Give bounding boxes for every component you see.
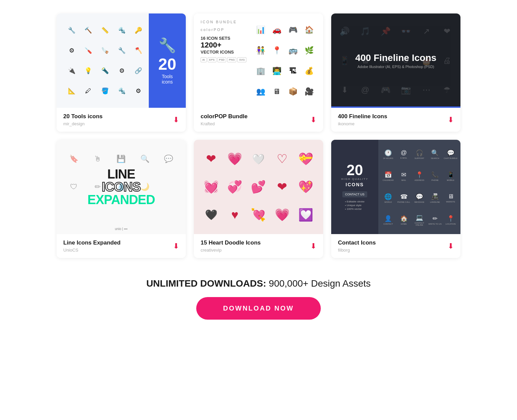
download-button[interactable]: ⬇ xyxy=(310,116,316,124)
card-contact-info: Contact Icons filborg xyxy=(338,239,376,253)
contact-icon-item: 📍LOCATION xyxy=(446,215,456,225)
unlimited-text: UNLIMITED DOWNLOADS: 900,000+ Design Ass… xyxy=(146,278,371,289)
tool-icon: 🪛 xyxy=(81,47,96,54)
colorpop-sets-count: 16 xyxy=(201,36,205,41)
fineline-icon: ☂ xyxy=(443,85,451,95)
colorpop-icon: 🎥 xyxy=(305,87,314,96)
fineline-icon: @ xyxy=(361,85,369,95)
tool-icon: ⚙ xyxy=(131,87,145,95)
card-hearts-footer: 15 Heart Doodle Icons creativevip ⬇ xyxy=(194,234,323,258)
colorpop-icon: 📍 xyxy=(272,46,281,55)
contact-icon-item: 🎧SUPPORT xyxy=(415,149,424,159)
card-lineicons-title: Line Icons Expanded xyxy=(63,239,120,246)
colorpop-icon: 🚌 xyxy=(288,46,298,55)
card-contact-title: Contact Icons xyxy=(338,239,376,246)
contact-icon-item: 📠LANDLINE xyxy=(430,193,440,203)
download-button[interactable]: ⬇ xyxy=(173,116,179,124)
heart-icon: ♥ xyxy=(231,208,238,222)
colorpop-tags: AI EPS PSD PNG SVG xyxy=(201,57,248,62)
card-fineline-title: 400 Fineline Icons xyxy=(338,113,387,120)
tools-badge-icon: 🔧 xyxy=(159,37,176,54)
card-contact: 20 HIGH QUALITY ICONS CONTACT US • Edita… xyxy=(331,140,460,258)
cards-grid: 🔧 🔨 📏 🔩 🔑 ⚙ 🪛 🪚 🔧 🪓 🔌 💡 🔦 ⚙ 🔗 📐 xyxy=(57,13,460,258)
li-icon: 🛡 xyxy=(62,173,85,201)
fineline-title: 400 Fineline Icons xyxy=(355,53,436,63)
assets-label: 900,000+ Design Assets xyxy=(269,278,371,289)
li-icon: 💬 xyxy=(157,145,180,173)
tool-icon: 💡 xyxy=(81,67,96,74)
fineline-subtitle: Adobe Illustrator (AI, EPS) & Photoshop … xyxy=(357,65,434,69)
card-lineicons-info: Line Icons Expanded UnioCS xyxy=(63,239,120,253)
contact-icon-item: @E-MAIL xyxy=(401,149,407,159)
contact-quality: HIGH QUALITY xyxy=(341,177,368,181)
tool-icon: ⚙ xyxy=(65,47,79,54)
card-colorpop-info: colorPOP Bundle Krafted xyxy=(201,113,248,126)
contact-bullets: • Editable stroke • Unique style • 100% … xyxy=(345,200,365,211)
download-button[interactable]: ⬇ xyxy=(448,242,454,251)
heart-icon: 💞 xyxy=(227,180,242,194)
colorpop-icon: 🖥 xyxy=(273,87,280,96)
download-button[interactable]: ⬇ xyxy=(310,242,316,251)
heart-icon: 💖 xyxy=(298,180,313,194)
card-colorpop-image: ICON BUNDLE colorPOP 16 ICON SETS 1200+ … xyxy=(194,13,323,108)
colorpop-icons: 📊 🚗 🎮 🏠 👫 📍 🚌 🌿 🏢 👨‍💻 🏗 💰 👥 🖥 📦 🎥 xyxy=(253,20,316,101)
tool-icon: 📏 xyxy=(98,27,112,34)
lineicons-line3: EXPANDED xyxy=(88,193,155,206)
tool-icon: 🔨 xyxy=(81,27,96,34)
card-hearts-author: creativevip xyxy=(201,248,261,253)
colorpop-tag-svg: SVG xyxy=(237,57,246,62)
colorpop-icon: 📊 xyxy=(256,26,265,34)
fineline-icon: ⬇ xyxy=(341,85,348,95)
colorpop-sets-label: ICON SETS xyxy=(207,36,230,41)
card-contact-image: 20 HIGH QUALITY ICONS CONTACT US • Edita… xyxy=(331,140,460,234)
tool-icon: 🔗 xyxy=(131,67,145,74)
contact-icon-item: 💬CHAT BUBBLE xyxy=(444,149,457,159)
heart-icon: 🤍 xyxy=(252,153,265,165)
card-lineicons-author: UnioCS xyxy=(63,248,120,253)
tool-icon: ⚙ xyxy=(115,67,129,74)
card-lineicons-footer: Line Icons Expanded UnioCS ⬇ xyxy=(57,234,186,258)
card-tools-footer: 20 Tools icons mir_design ⬇ xyxy=(57,108,186,132)
colorpop-tag-png: PNG xyxy=(227,57,236,62)
fineline-icon: 📷 xyxy=(401,85,411,95)
card-hearts-info: 15 Heart Doodle Icons creativevip xyxy=(201,239,261,253)
card-colorpop-author: Krafted xyxy=(201,121,248,126)
card-fineline-footer: 400 Fineline Icons ikonome ⬇ xyxy=(331,108,460,132)
li-icon: 🔖 xyxy=(62,145,85,173)
card-fineline-author: ikonome xyxy=(338,121,387,126)
download-button[interactable]: ⬇ xyxy=(173,242,179,251)
heart-icon: 🖤 xyxy=(205,209,217,221)
heart-icon: ♡ xyxy=(277,152,287,166)
card-colorpop: ICON BUNDLE colorPOP 16 ICON SETS 1200+ … xyxy=(194,13,323,132)
bullet-2: • Unique style xyxy=(345,204,365,207)
colorpop-sets: 16 ICON SETS 1200+ VECTOR ICONS xyxy=(201,36,248,55)
contact-icon-item: 📅CALENDAR xyxy=(383,171,394,181)
fineline-icon: ↗ xyxy=(423,27,430,36)
contact-left-panel: 20 HIGH QUALITY ICONS CONTACT US • Edita… xyxy=(331,140,378,234)
lineicons-logo: unio | ▪▪▪ xyxy=(115,227,128,231)
contact-icon-item: 📍ADDRESS xyxy=(414,171,424,181)
colorpop-tag-eps: EPS xyxy=(208,57,216,62)
colorpop-icon: 💰 xyxy=(305,67,314,75)
tool-icon: 📐 xyxy=(65,87,79,95)
bullet-1: • Editable stroke xyxy=(345,200,365,203)
fineline-icon: 📱 xyxy=(340,56,350,65)
tool-icon: 🔧 xyxy=(115,47,129,54)
fineline-icon: 👓 xyxy=(401,27,411,36)
contact-right-panel: 🕐24 HOURS @E-MAIL 🎧SUPPORT 🔍SEARCH 💬CHAT… xyxy=(378,140,460,234)
card-tools-author: mir_design xyxy=(63,121,103,126)
card-tools-info: 20 Tools icons mir_design xyxy=(63,113,103,126)
download-now-button[interactable]: DOWNLOAD NOW xyxy=(196,297,321,320)
contact-us-btn: CONTACT US xyxy=(342,191,367,197)
download-button[interactable]: ⬇ xyxy=(448,116,454,124)
contact-icon-item: ✏WRITE TO US xyxy=(428,215,442,225)
colorpop-icon: 🎮 xyxy=(288,26,298,34)
contact-icon-item: 🔍SEARCH xyxy=(431,149,439,159)
tool-icon: 🔌 xyxy=(65,67,79,74)
heart-icon: 💘 xyxy=(251,208,266,222)
contact-icon-item: 💻CONTACT ONLINE xyxy=(412,214,426,226)
card-hearts-title: 15 Heart Doodle Icons xyxy=(201,239,261,246)
heart-icon: ❤ xyxy=(206,152,216,166)
tool-icon: 🪚 xyxy=(98,47,112,54)
fineline-icon: ⋯ xyxy=(422,85,430,95)
